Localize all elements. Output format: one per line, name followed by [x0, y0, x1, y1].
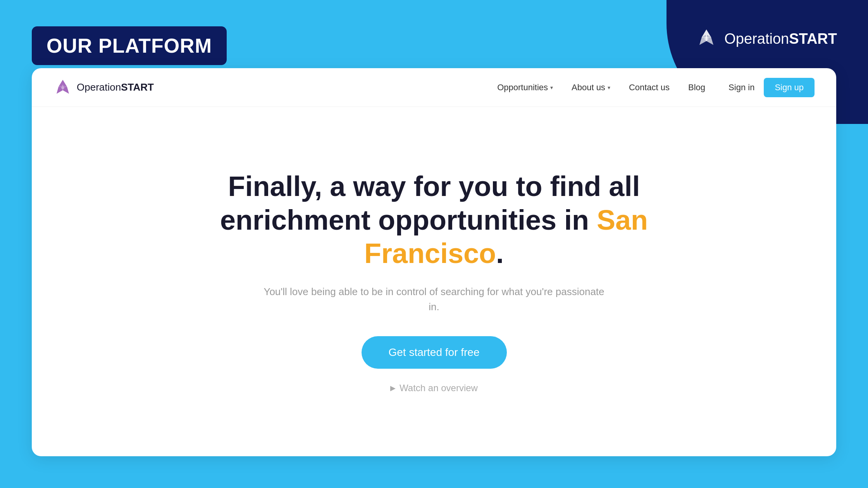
- play-icon: ▶: [390, 384, 396, 392]
- logo-icon-white: [694, 26, 719, 51]
- chevron-down-icon: ▾: [608, 84, 610, 91]
- platform-label: OUR PLATFORM: [32, 26, 227, 65]
- navbar: OperationSTART Opportunities ▾ About us …: [32, 68, 836, 107]
- navbar-logo[interactable]: OperationSTART: [53, 78, 154, 97]
- hero-subtitle: You'll love being able to be in control …: [260, 284, 608, 314]
- sign-up-button[interactable]: Sign up: [764, 78, 815, 97]
- navbar-actions: Sign in Sign up: [728, 78, 815, 97]
- navbar-logo-text: OperationSTART: [77, 81, 154, 93]
- svg-point-2: [61, 86, 64, 89]
- nav-item-contact-us[interactable]: Contact us: [629, 82, 670, 93]
- get-started-button[interactable]: Get started for free: [362, 336, 507, 369]
- navbar-nav: Opportunities ▾ About us ▾ Contact us Bl…: [497, 82, 705, 93]
- nav-item-opportunities[interactable]: Opportunities ▾: [497, 82, 553, 93]
- main-card: OperationSTART Opportunities ▾ About us …: [32, 68, 836, 456]
- hero-title: Finally, a way for you to find all enric…: [202, 170, 666, 270]
- sign-in-button[interactable]: Sign in: [728, 82, 754, 93]
- watch-overview-label: Watch an overview: [400, 383, 478, 393]
- nav-item-about-us[interactable]: About us ▾: [572, 82, 610, 93]
- top-right-logo-text: OperationSTART: [724, 31, 837, 47]
- chevron-down-icon: ▾: [550, 84, 553, 91]
- top-right-logo: OperationSTART: [694, 26, 837, 51]
- hero-section: Finally, a way for you to find all enric…: [32, 107, 836, 456]
- navbar-logo-icon: [53, 78, 72, 97]
- nav-item-blog[interactable]: Blog: [688, 82, 705, 93]
- watch-overview-link[interactable]: ▶ Watch an overview: [390, 383, 478, 393]
